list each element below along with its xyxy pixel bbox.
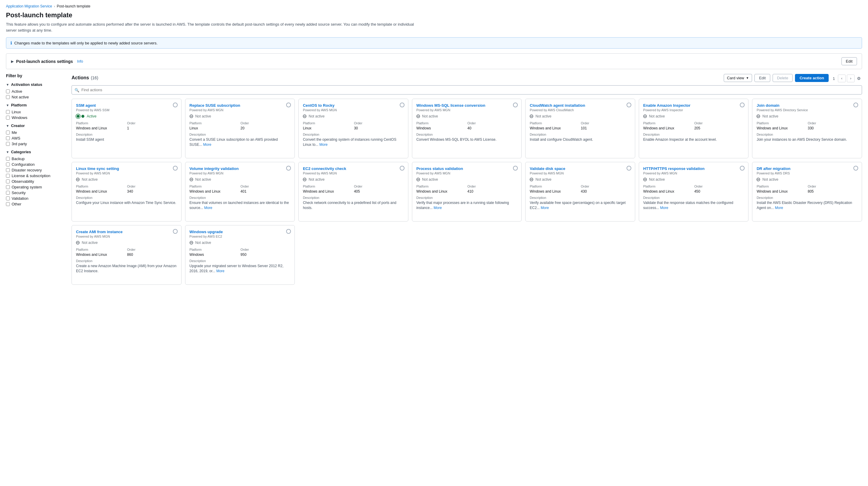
- card-radio[interactable]: [400, 166, 404, 171]
- prev-page-button[interactable]: ‹: [838, 74, 846, 82]
- card-radio[interactable]: [626, 102, 631, 107]
- filter-item-license[interactable]: License & subscription: [6, 174, 67, 178]
- filter-checkbox-disaster-recovery[interactable]: [6, 168, 10, 172]
- card-radio[interactable]: [173, 102, 178, 107]
- filter-checkbox-3rd-party[interactable]: [6, 142, 10, 146]
- filter-item-backup[interactable]: Backup: [6, 156, 67, 161]
- filter-group-activation-label: Activation status: [11, 82, 42, 87]
- filter-item-active[interactable]: Active: [6, 89, 67, 94]
- section-edit-button[interactable]: Edit: [841, 57, 857, 65]
- action-card[interactable]: CloudWatch agent installation Powered by…: [525, 99, 635, 158]
- filter-checkbox-active[interactable]: [6, 89, 10, 93]
- page-settings-button[interactable]: ⚙: [856, 76, 862, 81]
- action-card[interactable]: CentOS to Rocky Powered by AWS MGN Not a…: [299, 99, 408, 158]
- filter-checkbox-windows[interactable]: [6, 116, 10, 120]
- action-card[interactable]: Process status validation Powered by AWS…: [412, 162, 522, 221]
- desc-more-link[interactable]: More: [204, 206, 212, 210]
- action-card[interactable]: Volume integrity validation Powered by A…: [185, 162, 295, 221]
- filter-item-linux[interactable]: Linux: [6, 110, 67, 114]
- filter-checkbox-configuration[interactable]: [6, 162, 10, 166]
- status-badge: Not active: [190, 241, 211, 245]
- desc-more-link[interactable]: More: [319, 143, 328, 147]
- status-badge: Not active: [303, 177, 324, 182]
- card-radio[interactable]: [626, 166, 631, 171]
- filter-item-windows[interactable]: Windows: [6, 115, 67, 120]
- card-radio[interactable]: [854, 166, 858, 171]
- filter-label-windows: Windows: [11, 115, 27, 120]
- desc-more-link[interactable]: More: [660, 206, 668, 210]
- filter-item-aws[interactable]: AWS: [6, 136, 67, 141]
- platform-value: Windows and Linux: [190, 189, 239, 193]
- section-header[interactable]: ▶ Post-launch actions settings Info Edit: [6, 53, 862, 69]
- filter-group-creator-header[interactable]: ▼ Creator: [6, 123, 67, 128]
- next-page-button[interactable]: ›: [847, 74, 855, 82]
- filter-item-me[interactable]: Me: [6, 130, 67, 135]
- action-card[interactable]: Linux time sync setting Powered by AWS M…: [71, 162, 182, 221]
- action-card[interactable]: Windows upgrade Powered by AWS EC2 Not a…: [185, 225, 295, 285]
- filter-group-activation-header[interactable]: ▼ Activation status: [6, 82, 67, 87]
- filter-checkbox-other[interactable]: [6, 202, 10, 206]
- action-card[interactable]: Enable Amazon Inspector Powered by AWS I…: [639, 99, 749, 158]
- desc-more-link[interactable]: More: [541, 206, 549, 210]
- filter-item-configuration[interactable]: Configuration: [6, 162, 67, 167]
- action-card[interactable]: Create AMI from instance Powered by AWS …: [71, 225, 182, 285]
- card-radio[interactable]: [173, 229, 178, 234]
- action-card[interactable]: SSM agent Powered by AWS SSM Active Plat…: [71, 99, 182, 158]
- card-radio[interactable]: [173, 166, 178, 171]
- filter-item-observability[interactable]: Observability: [6, 179, 67, 184]
- order-label: Order: [467, 121, 517, 125]
- desc-more-link[interactable]: More: [775, 206, 783, 210]
- action-card[interactable]: DR after migration Powered by AWS DRS No…: [752, 162, 862, 221]
- filter-item-3rd-party[interactable]: 3rd party: [6, 142, 67, 146]
- card-meta: Platform Order Windows and Linux 401: [190, 185, 290, 193]
- desc-more-link[interactable]: More: [216, 269, 224, 273]
- card-name: SSM agent: [76, 103, 177, 108]
- filter-item-os[interactable]: Operating system: [6, 185, 67, 189]
- pagination-bar: 1 ‹ › ⚙: [831, 74, 862, 82]
- filter-checkbox-not-active[interactable]: [6, 95, 10, 99]
- delete-button[interactable]: Delete: [773, 74, 793, 82]
- status-badge: Not active: [416, 114, 438, 118]
- filter-checkbox-backup[interactable]: [6, 157, 10, 161]
- filter-checkbox-license[interactable]: [6, 174, 10, 178]
- filter-checkbox-observability[interactable]: [6, 180, 10, 183]
- filter-group-platform-header[interactable]: ▼ Platform: [6, 103, 67, 107]
- platform-value: Windows and Linux: [643, 126, 693, 130]
- filter-checkbox-os[interactable]: [6, 185, 10, 189]
- card-name: Volume integrity validation: [190, 166, 290, 171]
- filter-checkbox-linux[interactable]: [6, 110, 10, 114]
- filter-checkbox-aws[interactable]: [6, 136, 10, 140]
- filter-checkbox-me[interactable]: [6, 130, 10, 134]
- filter-item-disaster-recovery[interactable]: Disaster recovery: [6, 168, 67, 172]
- card-name: Windows upgrade: [190, 230, 290, 234]
- filter-item-validation[interactable]: Validation: [6, 196, 67, 201]
- filter-item-security[interactable]: Security: [6, 190, 67, 195]
- action-card[interactable]: Validate disk space Powered by AWS MGN N…: [525, 162, 635, 221]
- card-provider: Powered by AWS EC2: [190, 235, 290, 238]
- status-badge: Not active: [416, 177, 438, 182]
- action-card[interactable]: EC2 connectivity check Powered by AWS MG…: [299, 162, 408, 221]
- filter-group-categories-header[interactable]: ▼ Categories: [6, 150, 67, 154]
- action-card[interactable]: Join domain Powered by AWS Directory Ser…: [752, 99, 862, 158]
- filter-checkbox-validation[interactable]: [6, 196, 10, 200]
- card-radio[interactable]: [854, 102, 858, 107]
- desc-more-link[interactable]: More: [203, 143, 211, 147]
- view-dropdown[interactable]: Card view ▼: [724, 74, 752, 82]
- search-input[interactable]: [71, 85, 862, 94]
- filter-item-not-active[interactable]: Not active: [6, 95, 67, 99]
- action-card[interactable]: Replace SUSE subscription Powered by AWS…: [185, 99, 295, 158]
- card-name: CloudWatch agent installation: [530, 103, 631, 108]
- edit-button[interactable]: Edit: [754, 74, 770, 82]
- action-card[interactable]: HTTP/HTTPS response validation Powered b…: [639, 162, 749, 221]
- desc-text: Install the AWS Elastic Disaster Recover…: [756, 200, 858, 211]
- breadcrumb-link[interactable]: Application Migration Service: [6, 4, 52, 8]
- filter-checkbox-security[interactable]: [6, 191, 10, 195]
- card-meta: Platform Order Linux 30: [303, 121, 404, 130]
- desc-more-link[interactable]: More: [434, 206, 442, 210]
- desc-label: Description: [530, 133, 631, 136]
- section-info-link[interactable]: Info: [77, 59, 83, 63]
- create-action-button[interactable]: Create action: [795, 74, 828, 82]
- filter-item-other[interactable]: Other: [6, 202, 67, 206]
- action-card[interactable]: Windows MS-SQL license conversion Powere…: [412, 99, 522, 158]
- card-radio[interactable]: [400, 102, 404, 107]
